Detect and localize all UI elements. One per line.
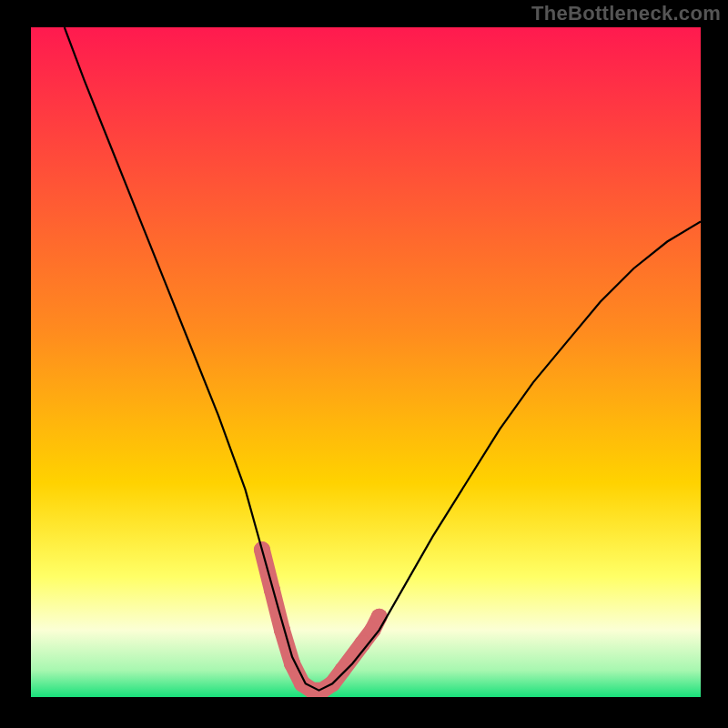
attribution-label: TheBottleneck.com <box>531 2 721 25</box>
gradient-background <box>31 27 701 697</box>
marker-dot <box>371 609 388 625</box>
marker-dot <box>334 662 350 679</box>
chart-stage: TheBottleneck.com <box>0 0 728 728</box>
plot-region <box>31 27 701 697</box>
chart-svg <box>31 27 701 697</box>
